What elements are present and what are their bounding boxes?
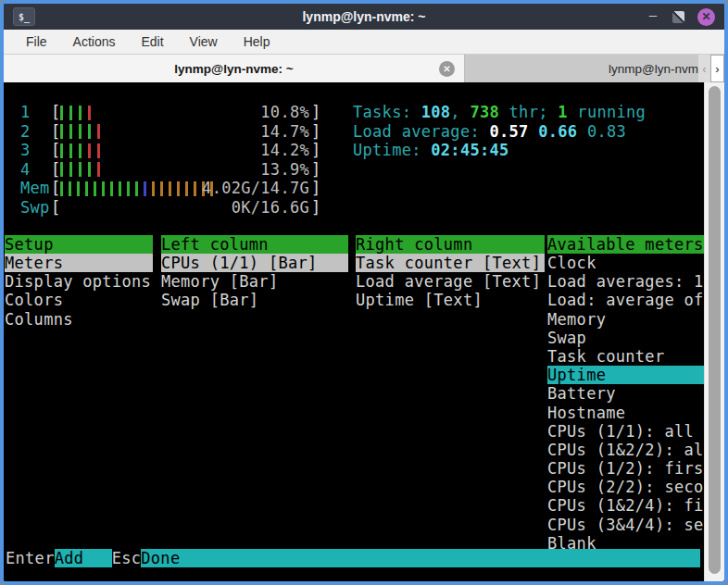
- menu-item-view[interactable]: View: [177, 31, 231, 52]
- panel-right-column: Right columnTask counter [Text]Load aver…: [356, 235, 545, 310]
- info-segment: 108: [421, 103, 451, 121]
- list-item[interactable]: Swap: [547, 329, 704, 347]
- tab-scroll-left-icon[interactable]: ‹: [698, 55, 710, 82]
- meter-bar-g: [79, 106, 82, 120]
- tab-title: lynmp@lyn-nvme: ~: [174, 62, 293, 76]
- close-button[interactable]: ✕: [697, 8, 715, 26]
- info-segment: 02:45:45: [431, 141, 508, 159]
- menu-item-actions[interactable]: Actions: [60, 31, 129, 52]
- meter-bar-r: [97, 124, 100, 139]
- info-line: Uptime: 02:45:45: [353, 141, 509, 160]
- meter-bracket-close: ]: [311, 103, 321, 122]
- meter-bar-r: [97, 162, 100, 177]
- info-segment: 738: [470, 103, 499, 121]
- tab-close-icon[interactable]: ✕: [439, 61, 455, 77]
- list-item[interactable]: Colors: [5, 291, 153, 309]
- meter-bar-g: [69, 124, 72, 139]
- list-item[interactable]: Swap [Bar]: [161, 291, 348, 309]
- meter-bar-g: [79, 143, 82, 158]
- list-item[interactable]: CPUs (1&2/2): al: [547, 441, 704, 459]
- menu-item-help[interactable]: Help: [231, 31, 283, 52]
- info-segment: 0.66: [538, 122, 587, 141]
- window-title: lynmp@lyn-nvme: ~: [4, 9, 724, 24]
- list-item[interactable]: CPUs (2/2): seco: [547, 478, 704, 496]
- meter-bracket-open: [: [51, 198, 61, 218]
- meter-bracket-open: [: [51, 179, 61, 198]
- panel-header-right-column: Right column: [356, 235, 545, 254]
- list-item[interactable]: CPUs (1/1) [Bar]: [161, 254, 348, 272]
- meter-bar-g: [69, 181, 71, 196]
- list-item[interactable]: Task counter [Text]: [356, 254, 545, 272]
- meter-bar-g: [69, 162, 72, 177]
- tabbar: lynmp@lyn-nvme: ~ ✕ lynmp@lyn-nvm ‹ ›: [4, 55, 724, 82]
- list-item[interactable]: Display options: [5, 272, 153, 291]
- meter-value: 4.02G/14.7G: [143, 179, 309, 198]
- meter-bar-r: [97, 143, 100, 158]
- meter-bar-g: [110, 181, 113, 196]
- meter-label: 3: [20, 141, 31, 160]
- list-item[interactable]: CPUs (3&4/4): se: [547, 516, 704, 534]
- list-item[interactable]: Hostname: [547, 404, 704, 422]
- meter-bar-g: [102, 181, 105, 196]
- list-item[interactable]: CPUs (1/2): firs: [547, 459, 704, 478]
- list-item[interactable]: Battery: [547, 384, 704, 403]
- minimize-button[interactable]: –: [646, 10, 659, 23]
- meter-bar-g: [60, 124, 63, 139]
- meter-bracket-open: [: [51, 141, 61, 160]
- list-item[interactable]: Memory [Bar]: [161, 272, 348, 291]
- meter-bar-g: [69, 143, 72, 158]
- list-item[interactable]: Columns: [5, 310, 153, 329]
- meter-bar-g: [77, 181, 80, 196]
- meter-bar-g: [79, 124, 82, 139]
- meter-bracket-close: ]: [311, 160, 321, 180]
- titlebar: $_ lynmp@lyn-nvme: ~ – ✕: [4, 4, 724, 30]
- list-item[interactable]: Uptime: [547, 366, 704, 384]
- meter-bar-g: [94, 181, 96, 196]
- meter-bracket-close: ]: [311, 198, 321, 218]
- tab-scroll-right-icon[interactable]: ›: [710, 55, 724, 82]
- tab-inactive[interactable]: lynmp@lyn-nvm: [465, 55, 698, 82]
- info-segment: Uptime:: [353, 141, 431, 159]
- terminal-screen[interactable]: 1[10.8%]2[14.7%]3[14.2%]4[13.9%]Mem[4.02…: [4, 82, 724, 581]
- meter-label: 2: [20, 122, 31, 142]
- meter-bar-g: [60, 181, 63, 196]
- scrollbar[interactable]: [704, 82, 724, 581]
- meter-bracket-open: [: [51, 103, 61, 122]
- meter-bar-g: [88, 124, 91, 139]
- list-item[interactable]: CPUs (1&2/4): fi: [547, 496, 704, 515]
- meter-bar-g: [88, 162, 91, 177]
- list-item[interactable]: Task counter: [547, 347, 704, 366]
- info-segment: Tasks:: [353, 103, 421, 121]
- restore-button[interactable]: [672, 11, 684, 23]
- scrollbar-thumb[interactable]: [709, 86, 721, 574]
- panel-left-column: Left columnCPUs (1/1) [Bar]Memory [Bar]S…: [161, 235, 348, 310]
- list-item[interactable]: Memory: [547, 310, 704, 329]
- meter-value: 14.7%: [143, 122, 309, 142]
- list-item[interactable]: Load average [Text]: [356, 272, 545, 291]
- info-segment: ,: [450, 103, 470, 121]
- function-key[interactable]: Enter: [6, 549, 55, 567]
- panel-header-available-meters: Available meters: [547, 235, 704, 254]
- list-item[interactable]: Meters: [5, 254, 153, 272]
- function-key-bar: EnterAddEscDone: [6, 549, 700, 567]
- function-action[interactable]: Done: [141, 549, 700, 567]
- panel-header-setup: Setup: [5, 235, 153, 254]
- info-segment: Load average:: [353, 122, 490, 141]
- function-action[interactable]: Add: [55, 549, 112, 567]
- panel-setup: SetupMetersDisplay optionsColorsColumns: [5, 235, 153, 329]
- list-item[interactable]: CPUs (1/1): all: [547, 422, 704, 441]
- list-item[interactable]: Clock: [547, 254, 704, 272]
- list-item[interactable]: Load averages: 1: [547, 272, 704, 291]
- meter-bar-r: [88, 143, 91, 158]
- menu-item-file[interactable]: File: [13, 31, 60, 52]
- meter-bracket-open: [: [51, 122, 61, 142]
- function-key[interactable]: Esc: [112, 549, 142, 567]
- list-item[interactable]: Load: average of: [547, 291, 704, 309]
- list-item[interactable]: Uptime [Text]: [356, 291, 545, 309]
- info-segment: thr;: [499, 103, 558, 121]
- menu-item-edit[interactable]: Edit: [128, 31, 176, 52]
- info-line: Tasks: 108, 738 thr; 1 running: [353, 103, 646, 122]
- meter-bar-g: [85, 181, 88, 196]
- meter-bar-g: [60, 143, 63, 158]
- tab-active[interactable]: lynmp@lyn-nvme: ~ ✕: [4, 55, 465, 82]
